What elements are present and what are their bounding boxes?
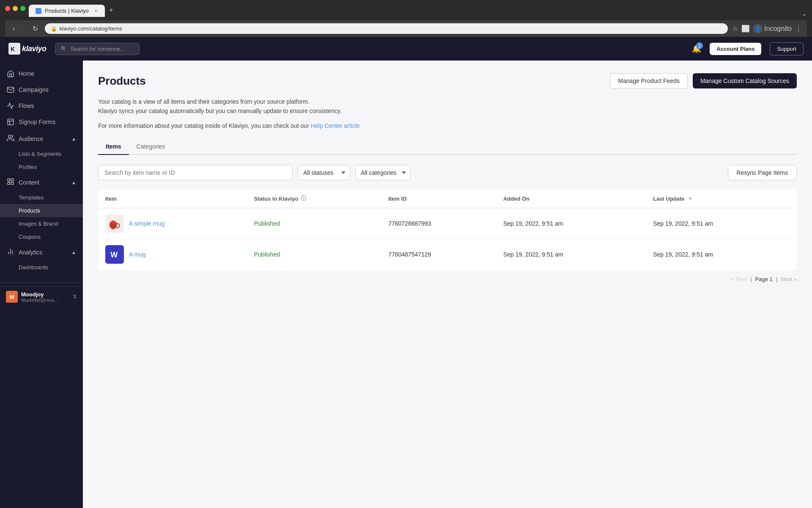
ssl-icon: 🔒 [51,26,57,32]
sidebar-item-campaigns[interactable]: Campaigns [0,82,83,98]
new-tab-button[interactable]: + [105,3,117,17]
tab-close-button[interactable]: ✕ [94,8,98,14]
manage-product-feeds-button[interactable]: Manage Product Feeds [610,73,688,88]
sidebar: Home Campaigns Flows Signup Forms [0,61,83,508]
manage-catalog-sources-button[interactable]: Manage Custom Catalog Sources [693,73,797,88]
cell-status-1: Published [247,208,381,239]
sidebar-parent-audience[interactable]: Audience ▲ [0,130,83,147]
svg-rect-2 [8,119,14,125]
extensions-icon[interactable]: ⬜ [741,25,750,33]
pagination-prev[interactable]: « Prev [731,276,747,282]
campaigns-icon [7,86,14,94]
sidebar-children-analytics: Dashboards [0,261,83,274]
sidebar-item-signup-forms[interactable]: Signup Forms [0,114,83,130]
col-header-last-update[interactable]: Last Update ▼ [646,189,796,208]
browser-tab-active[interactable]: Products | Klaviyo ✕ [29,5,105,17]
sidebar-child-images-brand[interactable]: Images & Brand [0,217,83,230]
bookmark-icon[interactable]: ☆ [732,25,738,33]
category-filter-select[interactable]: All categories [355,165,411,180]
search-input[interactable] [98,165,293,180]
sidebar-child-lists-segments[interactable]: Lists & Segments [0,147,83,160]
col-header-item: Item [99,189,247,208]
maximize-window-button[interactable] [20,6,25,11]
sidebar-child-templates[interactable]: Templates [0,191,83,204]
description-line1: Your catalog is a view of all items and … [98,97,797,106]
sidebar-child-profiles[interactable]: Profiles [0,160,83,174]
tab-items[interactable]: Items [98,139,129,155]
reload-button[interactable]: ↻ [30,23,41,34]
status-badge-2: Published [254,251,280,258]
item-link-1[interactable]: A simple mug [129,220,165,227]
account-icon[interactable]: 👤 Incognito [753,24,792,33]
filters-bar: All statuses Published Unpublished All c… [98,165,797,180]
tab-categories[interactable]: Categories [129,139,173,155]
help-text: For more information about your catalog … [98,122,309,129]
account-avatar: M [6,291,18,303]
account-plans-button[interactable]: Account Plans [710,43,761,55]
more-button[interactable]: ⋮ [795,25,802,33]
pagination-separator: | [750,276,752,282]
status-filter-select[interactable]: All statuses Published Unpublished [298,165,350,180]
account-info: Moodjoy 9ba4e9ef@moo... [21,291,69,303]
browser-actions: ☆ ⬜ 👤 Incognito ⋮ [732,24,802,33]
browser-nav: ‹ › ↻ [10,23,41,34]
cell-item-1: A simple mug [99,208,247,239]
content-chevron-icon: ▲ [71,180,76,185]
sidebar-child-dashboards[interactable]: Dashboards [0,261,83,274]
sidebar-label-signup-forms: Signup Forms [19,119,55,125]
home-icon [7,70,14,77]
sidebar-section-audience: Audience ▲ Lists & Segments Profiles [0,130,83,174]
content-icon [7,178,14,187]
pagination-next[interactable]: Next » [781,276,797,282]
sidebar-children-content: Templates Products Images & Brand Coupon… [0,191,83,243]
status-info-icon[interactable]: ⓘ [301,195,306,202]
notification-badge: 1 [696,42,703,49]
description-line2: Klaviyo syncs your catalog automatically… [98,106,797,116]
help-center-link[interactable]: Help Center article [311,122,360,129]
back-button[interactable]: ‹ [10,23,17,34]
close-window-button[interactable] [5,6,10,11]
help-text-container: For more information about your catalog … [98,121,797,130]
cell-item-id-2: 7760487547129 [381,239,497,270]
page-header: Products Manage Product Feeds Manage Cus… [98,73,797,88]
logo-icon: K [8,43,20,55]
sidebar-parent-analytics[interactable]: Analytics ▲ [0,243,83,261]
support-button[interactable]: Support [770,42,804,55]
cell-added-on-2: Sep 19, 2022, 9:51 am [497,239,646,270]
logo-text: klaviyo [22,44,47,53]
page-description: Your catalog is a view of all items and … [98,97,797,130]
svg-rect-7 [11,179,14,181]
sidebar-child-products[interactable]: Products [0,204,83,217]
address-bar[interactable]: 🔒 klaviyo.com/catalog/items [45,23,728,34]
audience-chevron-icon: ▲ [71,136,76,141]
sidebar-item-flows[interactable]: Flows [0,98,83,114]
sidebar-child-coupons[interactable]: Coupons [0,230,83,243]
svg-point-17 [111,222,115,223]
minimize-window-button[interactable] [13,6,18,11]
cell-status-2: Published [247,239,381,270]
header-search[interactable]: 🔍 Search for someone... [55,43,140,55]
search-icon: 🔍 [60,46,67,52]
url-text: klaviyo.com/catalog/items [60,25,122,32]
sidebar-label-flows: Flows [19,102,34,109]
forward-button[interactable]: › [20,23,27,34]
sort-icon: ▼ [688,196,693,201]
sidebar-item-home[interactable]: Home [0,66,83,82]
app-body: Home Campaigns Flows Signup Forms [0,61,812,508]
sidebar-account[interactable]: M Moodjoy 9ba4e9ef@moo... ⇅ [0,286,83,307]
sidebar-label-images-brand: Images & Brand [19,221,58,227]
pagination: « Prev | Page 1 | Next » [98,270,797,288]
item-thumbnail-1 [105,214,124,233]
catalog-table: Item Status in Klaviyo ⓘ Item ID Added O… [98,189,797,270]
item-link-2[interactable]: A mug [129,251,146,258]
page-header-actions: Manage Product Feeds Manage Custom Catal… [610,73,797,88]
notification-bell[interactable]: 🔔 1 [692,44,701,53]
sidebar-label-profiles: Profiles [19,164,37,170]
resync-button[interactable]: Resync Page Items [728,165,797,180]
tab-expand-button[interactable]: ⌄ [802,10,807,17]
svg-point-5 [8,135,11,138]
pagination-separator2: | [776,276,777,282]
sidebar-label-products: Products [19,207,40,214]
flows-icon [7,102,14,110]
sidebar-parent-content[interactable]: Content ▲ [0,174,83,191]
